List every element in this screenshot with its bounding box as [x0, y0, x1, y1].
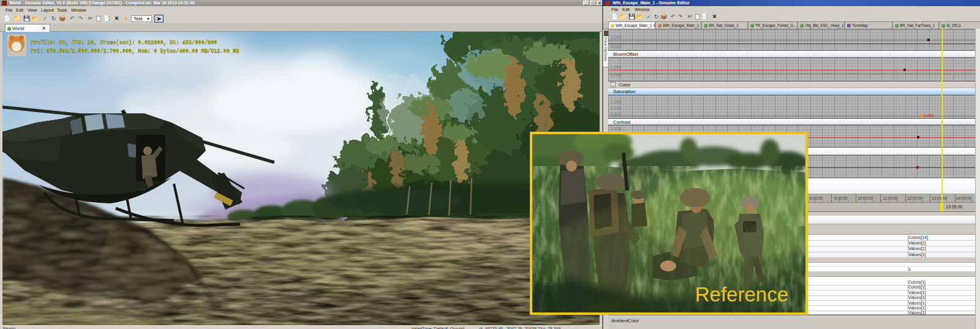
svg-text:Pri: 976.594/2.500.000/2.700.0: Pri: 976.594/2.500.000/2.700.000, Mem: 0… — [31, 48, 239, 55]
svg-text:Profile: PC, FPS: 28, Frame(se: Profile: PC, FPS: 28, Frame(sec): 0.0328… — [31, 40, 217, 46]
